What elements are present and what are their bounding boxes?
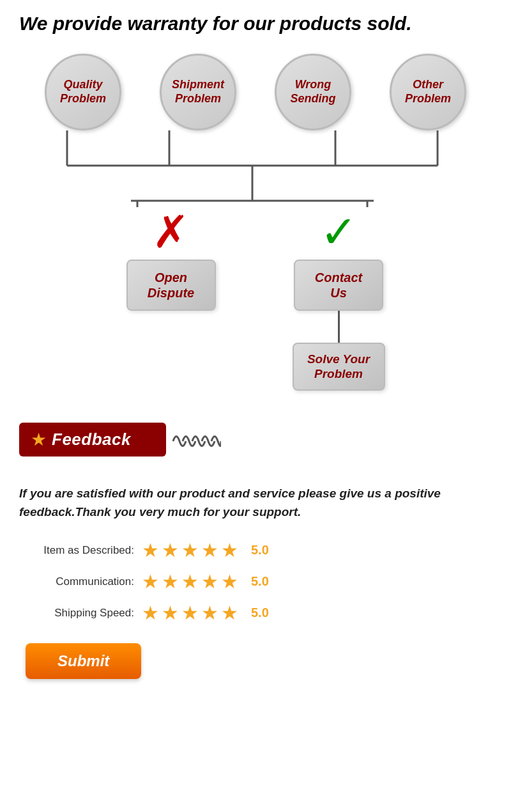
contact-box: ContactUs xyxy=(294,260,383,311)
rating-row-ship: Shipping Speed: ★ ★ ★ ★ ★ 5.0 xyxy=(19,602,492,624)
circles-row: QualityProblem ShipmentProblem WrongSend… xyxy=(19,54,492,130)
star-3[interactable]: ★ xyxy=(181,570,199,593)
star-5[interactable]: ★ xyxy=(221,602,238,624)
stars-item: ★ ★ ★ ★ ★ xyxy=(142,539,238,561)
rating-label-comm: Communication: xyxy=(19,575,134,588)
rating-label-ship: Shipping Speed: xyxy=(19,607,134,620)
star-2[interactable]: ★ xyxy=(162,570,179,593)
wrong-symbol: ✗ xyxy=(152,210,190,254)
score-item: 5.0 xyxy=(251,543,269,558)
rating-section: Item as Described: ★ ★ ★ ★ ★ 5.0 Communi… xyxy=(19,539,492,624)
star-4[interactable]: ★ xyxy=(201,602,218,624)
circle-shipment: ShipmentProblem xyxy=(160,54,236,130)
star-4[interactable]: ★ xyxy=(201,539,218,561)
rating-label-item: Item as Described: xyxy=(19,544,134,557)
star-2[interactable]: ★ xyxy=(162,539,179,561)
circle-other: OtherProblem xyxy=(390,54,466,130)
star-2[interactable]: ★ xyxy=(162,602,179,624)
score-ship: 5.0 xyxy=(251,605,269,620)
circle-wrong: WrongSending xyxy=(275,54,351,130)
score-comm: 5.0 xyxy=(251,574,269,589)
check-symbol: ✓ xyxy=(320,210,358,254)
feedback-row: ★ Feedback xyxy=(19,410,492,472)
feedback-description: If you are satisfied with our product an… xyxy=(19,485,492,521)
solve-box: Solve YourProblem xyxy=(293,343,385,391)
stars-comm: ★ ★ ★ ★ ★ xyxy=(142,570,238,593)
vert-line xyxy=(338,311,340,343)
star-4[interactable]: ★ xyxy=(201,570,218,593)
star-3[interactable]: ★ xyxy=(181,539,199,561)
dispute-branch: ✗ OpenDispute xyxy=(126,210,216,391)
feedback-banner-text: Feedback xyxy=(52,430,131,449)
main-title: We provide warranty for our products sol… xyxy=(19,13,492,35)
feedback-star-icon: ★ xyxy=(31,429,47,450)
rating-row-item: Item as Described: ★ ★ ★ ★ ★ 5.0 xyxy=(19,539,492,561)
feedback-banner: ★ Feedback xyxy=(19,423,166,457)
star-5[interactable]: ★ xyxy=(221,570,238,593)
rating-row-comm: Communication: ★ ★ ★ ★ ★ 5.0 xyxy=(19,570,492,593)
wave-decorations xyxy=(170,428,221,454)
waves-svg xyxy=(170,428,221,454)
circle-quality: QualityProblem xyxy=(45,54,121,130)
stars-ship: ★ ★ ★ ★ ★ xyxy=(142,602,238,624)
flowchart: QualityProblem ShipmentProblem WrongSend… xyxy=(19,54,492,391)
star-5[interactable]: ★ xyxy=(221,539,238,561)
connector-lines xyxy=(19,130,492,207)
submit-button[interactable]: Submit xyxy=(26,643,141,679)
star-1[interactable]: ★ xyxy=(142,602,159,624)
dispute-box: OpenDispute xyxy=(126,260,216,311)
star-1[interactable]: ★ xyxy=(142,539,159,561)
star-3[interactable]: ★ xyxy=(181,602,199,624)
contact-branch: ✓ ContactUs Solve YourProblem xyxy=(293,210,385,391)
lower-branches: ✗ OpenDispute ✓ ContactUs Solve YourProb… xyxy=(19,210,492,391)
star-1[interactable]: ★ xyxy=(142,570,159,593)
